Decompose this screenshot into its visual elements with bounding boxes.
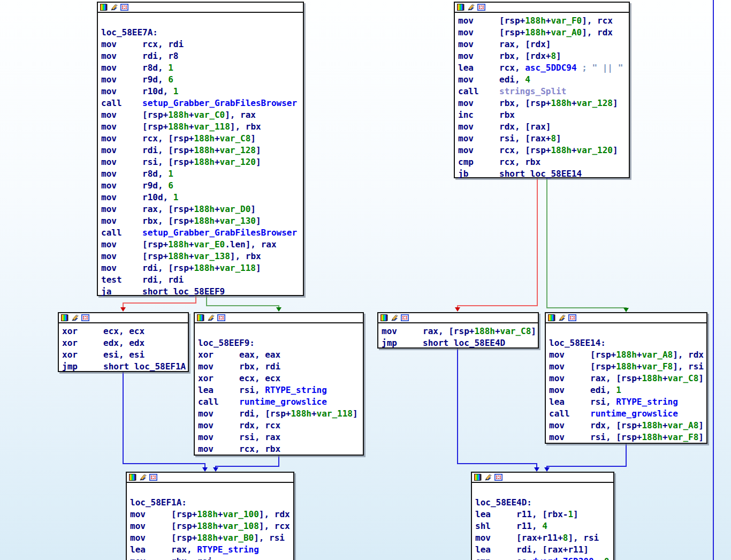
group-node-icon[interactable] (120, 4, 128, 11)
group-node-icon[interactable] (477, 4, 485, 11)
edit-node-icon[interactable] (207, 314, 215, 321)
graph-node-loc_58EEF9[interactable]: loc_58EEF9:xor eax, eaxmov rbx, rdixor e… (194, 312, 364, 456)
graph-node-entry-split[interactable]: mov [rsp+188h+var_F0], rcxmov [rsp+188h+… (454, 2, 630, 178)
edge-arrowhead (544, 467, 550, 472)
asm-token: mov [rsp+ (101, 251, 168, 261)
asm-line: mov [rsp+188h+var_118], rbx (101, 121, 303, 133)
node-title-bar[interactable] (195, 313, 363, 323)
asm-token: ] (256, 216, 261, 226)
graph-node-loc_58EE14[interactable]: loc_58EE14:mov [rsp+188h+var_A8], rdxmov… (545, 312, 707, 444)
edit-node-icon[interactable] (110, 4, 118, 11)
asm-token: var_120 (220, 157, 256, 167)
asm-token: mov rdi, [rsp+ (101, 263, 194, 273)
asm-token: 188h (551, 145, 572, 155)
asm-token: mov [rsp+ (130, 521, 197, 531)
node-color-icon[interactable] (100, 4, 108, 11)
asm-token: 1 (568, 509, 573, 519)
edit-node-icon[interactable] (391, 314, 398, 321)
asm-token: mov r10d, (101, 86, 173, 96)
asm-token: loc_58EE14: (549, 338, 606, 348)
node-color-icon[interactable] (61, 314, 68, 321)
asm-token: ], rsi (254, 533, 285, 543)
asm-line: ja short loc_58EEF9 (101, 286, 303, 298)
node-color-icon[interactable] (197, 314, 204, 321)
node-color-icon[interactable] (129, 474, 136, 481)
asm-token: + (215, 216, 220, 226)
asm-token: shl r11, (475, 521, 542, 531)
node-body-loc_58EE14: loc_58EE14:mov [rsp+188h+var_A8], rdxmov… (546, 323, 706, 443)
edge-taken-1 (207, 296, 279, 308)
node-title-bar[interactable] (455, 3, 629, 13)
edit-node-icon[interactable] (558, 314, 566, 321)
asm-line: lea rax, RTYPE_string (130, 544, 293, 556)
asm-token: 188h (642, 420, 663, 430)
edge-normal-3 (458, 349, 537, 468)
asm-token: 188h (194, 263, 215, 273)
asm-token: lea r11, [rbx- (475, 509, 568, 519)
group-node-icon[interactable] (81, 314, 89, 321)
group-node-icon[interactable] (401, 314, 408, 321)
node-title-bar[interactable] (546, 313, 706, 323)
group-node-icon[interactable] (217, 314, 225, 321)
group-node-icon[interactable] (494, 474, 502, 481)
asm-token: 188h (168, 251, 189, 261)
asm-token: 8 (551, 133, 556, 143)
edit-node-icon[interactable] (484, 474, 492, 481)
asm-token: mov rcx, rdi (101, 39, 184, 49)
edit-node-icon[interactable] (139, 474, 147, 481)
asm-token: mov rcx, rbx (198, 444, 280, 454)
asm-line: lea rcx, asc_5DDC94 ; " || " (458, 62, 629, 74)
node-title-bar[interactable] (127, 473, 293, 483)
asm-token: var_C0 (194, 110, 225, 120)
group-node-icon[interactable] (149, 474, 157, 481)
asm-token: mov rbx, [rsp+ (101, 216, 194, 226)
asm-token: mov [rsp+ (549, 350, 616, 360)
node-body-loc_58EF1A: loc_58EF1A:mov [rsp+188h+var_100], rdxmo… (127, 483, 293, 560)
asm-token: jmp short loc_58EF1A (62, 361, 186, 372)
graph-node-loc_58EE4D[interactable]: loc_58EE4D:lea r11, [rbx-1]shl r11, 4mov… (471, 472, 614, 560)
asm-token: call (198, 397, 239, 407)
edge-arrowhead (202, 467, 208, 472)
asm-label-line: loc_58EEF9: (198, 337, 363, 349)
graph-node-jmp-58EE4D[interactable]: mov rax, [rsp+188h+var_C8]jmp short loc_… (377, 312, 539, 349)
node-title-bar[interactable] (472, 473, 613, 483)
asm-token: mov rbx, [rdx+ (458, 51, 551, 61)
node-color-icon[interactable] (548, 314, 555, 321)
graph-node-zero-regs[interactable]: xor ecx, ecxxor edx, edxxor esi, esijmp … (58, 312, 189, 372)
ida-graph-view[interactable]: loc_58EE7A:mov rcx, rdimov rdi, r8mov r8… (0, 0, 731, 560)
asm-token: + (189, 239, 194, 249)
asm-token: ], rsi (673, 361, 704, 372)
edge-arrowhead (623, 308, 629, 312)
asm-token: var_F0 (551, 16, 582, 26)
asm-token: loc_58EF1A: (130, 497, 187, 508)
asm-token: ], rcx (582, 16, 613, 26)
asm-token: mov [rsp+ (130, 533, 197, 543)
node-title-bar[interactable] (98, 3, 303, 13)
node-color-icon[interactable] (457, 4, 465, 11)
asm-token: dword_76D300 (532, 556, 594, 560)
node-color-icon[interactable] (474, 474, 482, 481)
node-color-icon[interactable] (380, 314, 388, 321)
edit-node-icon[interactable] (467, 4, 475, 11)
asm-token: setup_Grabber_GrabFilesBrowser (142, 98, 297, 108)
asm-token: + (218, 533, 223, 543)
asm-token: var_C8 (500, 326, 531, 336)
node-title-bar[interactable] (59, 313, 188, 323)
asm-token: + (572, 98, 577, 108)
group-node-icon[interactable] (568, 314, 576, 321)
asm-token: + (215, 133, 220, 143)
edit-node-icon[interactable] (71, 314, 79, 321)
asm-token: 188h (197, 533, 218, 543)
asm-token: mov [rsp+ (458, 16, 525, 26)
asm-token: ] (531, 326, 536, 336)
asm-token: ], rax (225, 110, 256, 120)
node-body-loc_58EE4D: loc_58EE4D:lea r11, [rbx-1]shl r11, 4mov… (472, 483, 613, 560)
asm-token: ] (556, 51, 561, 61)
graph-node-loc_58EE7A[interactable]: loc_58EE7A:mov rcx, rdimov rdi, r8mov r8… (97, 2, 304, 296)
asm-line: mov rbx, [rsp+188h+var_128] (458, 97, 629, 109)
node-title-bar[interactable] (378, 313, 538, 323)
graph-node-loc_58EF1A[interactable]: loc_58EF1A:mov [rsp+188h+var_100], rdxmo… (126, 472, 294, 560)
asm-token: mov rdi, r8 (101, 51, 179, 61)
asm-token: 0 (604, 556, 610, 560)
asm-token: asc_5DDC94 (525, 63, 576, 73)
